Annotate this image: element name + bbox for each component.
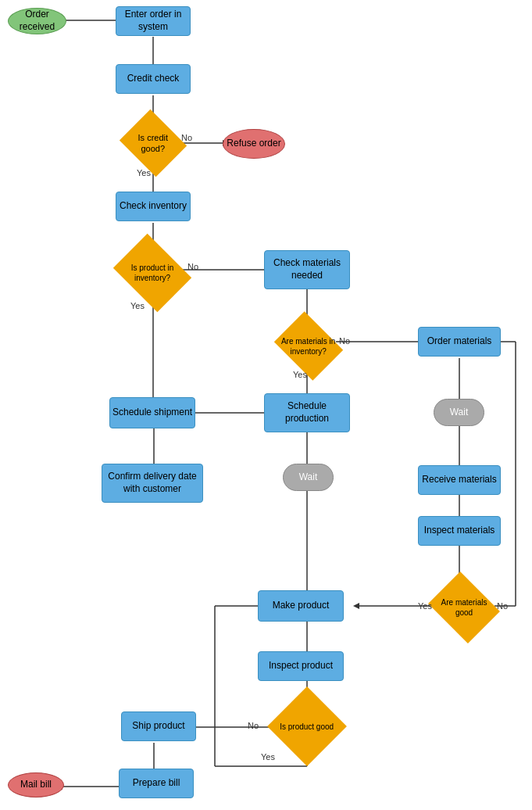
receive-materials-label: Receive materials: [422, 474, 496, 486]
is-credit-good-label: Is credit good?: [127, 132, 179, 155]
inspect-product-label: Inspect product: [269, 660, 333, 672]
no-materials-inv-label: No: [339, 336, 350, 346]
inspect-materials-label: Inspect materials: [424, 525, 495, 537]
order-materials-label: Order materials: [427, 335, 492, 348]
check-inventory-label: Check inventory: [120, 200, 187, 213]
flowchart: Order received Enter order in system Cre…: [0, 0, 532, 810]
wait2-node: Wait: [283, 464, 334, 491]
are-materials-in-inventory-label: Are materials in inventory?: [281, 336, 336, 357]
are-materials-in-inventory-node: Are materials in inventory?: [274, 311, 343, 380]
prepare-bill-node: Prepare bill: [119, 769, 194, 798]
prepare-bill-label: Prepare bill: [133, 777, 180, 790]
svg-marker-30: [353, 603, 359, 609]
order-materials-node: Order materials: [418, 327, 501, 357]
are-materials-good-node: Are materials good: [428, 572, 500, 643]
make-product-label: Make product: [273, 600, 330, 612]
check-materials-label: Check materials needed: [265, 257, 349, 281]
yes-credit-label: Yes: [137, 168, 151, 177]
yes-product-good-label: Yes: [261, 752, 275, 762]
credit-check-node: Credit check: [116, 64, 191, 94]
confirm-delivery-node: Confirm delivery date with customer: [102, 464, 203, 503]
inspect-product-node: Inspect product: [258, 651, 344, 681]
are-materials-good-label: Are materials good: [436, 597, 492, 618]
is-product-in-inventory-label: Is product in inventory?: [121, 263, 184, 283]
ship-product-node: Ship product: [121, 711, 196, 741]
order-received-label: Order received: [9, 9, 66, 33]
check-inventory-node: Check inventory: [116, 192, 191, 221]
order-received-node: Order received: [8, 8, 66, 34]
yes-materials-good-label: Yes: [418, 601, 432, 611]
refuse-order-node: Refuse order: [223, 129, 285, 159]
refuse-order-label: Refuse order: [227, 138, 280, 150]
mail-bill-node: Mail bill: [8, 772, 64, 797]
wait2-label: Wait: [299, 471, 318, 484]
is-product-good-node: Is product good: [267, 686, 347, 766]
yes-materials-inv-label: Yes: [293, 370, 307, 379]
credit-check-label: Credit check: [127, 73, 180, 85]
confirm-delivery-label: Confirm delivery date with customer: [102, 471, 202, 495]
no-credit-label: No: [181, 133, 192, 142]
receive-materials-node: Receive materials: [418, 465, 501, 495]
yes-inventory-label: Yes: [130, 301, 145, 310]
is-product-in-inventory-node: Is product in inventory?: [113, 234, 191, 312]
make-product-node: Make product: [258, 590, 344, 622]
no-product-good-label: No: [248, 721, 259, 730]
enter-order-label: Enter order in system: [116, 9, 190, 33]
wait1-node: Wait: [434, 399, 484, 426]
schedule-production-label: Schedule production: [265, 400, 349, 425]
ship-product-label: Ship product: [132, 720, 184, 733]
wait1-label: Wait: [450, 407, 469, 419]
schedule-shipment-node: Schedule shipment: [109, 397, 195, 428]
schedule-shipment-label: Schedule shipment: [112, 407, 192, 419]
inspect-materials-node: Inspect materials: [418, 516, 501, 546]
no-inventory-label: No: [187, 262, 198, 271]
is-credit-good-node: Is credit good?: [120, 109, 187, 177]
schedule-production-node: Schedule production: [264, 393, 350, 432]
check-materials-node: Check materials needed: [264, 250, 350, 289]
is-product-good-label: Is product good: [279, 722, 335, 732]
enter-order-node: Enter order in system: [116, 6, 191, 36]
no-materials-good-label: No: [497, 601, 508, 611]
mail-bill-label: Mail bill: [20, 779, 52, 791]
